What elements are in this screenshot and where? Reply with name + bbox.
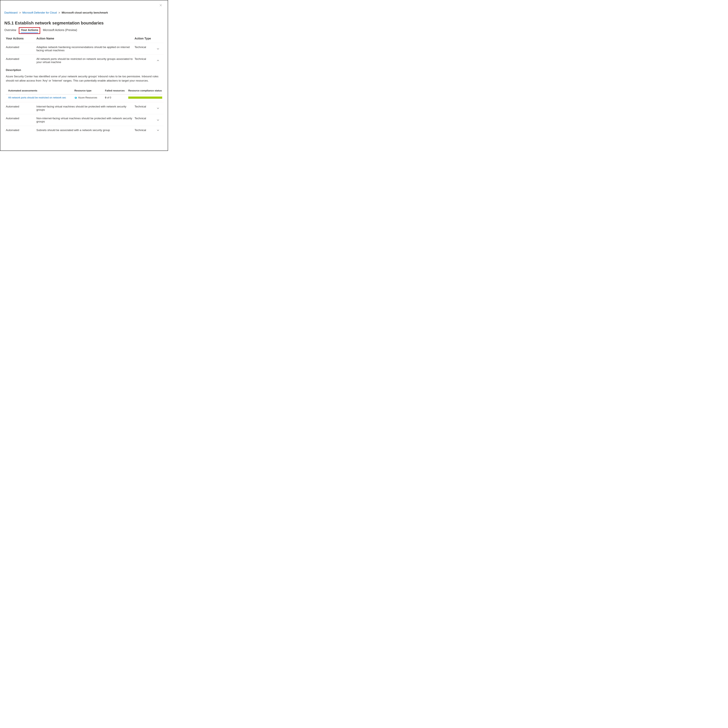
col-assessments: Automated assessments: [8, 89, 74, 92]
col-action-name: Action Name: [37, 37, 135, 40]
cell-your-actions: Automated: [6, 46, 37, 49]
cell-your-actions: Automated: [6, 128, 37, 132]
tab-overview[interactable]: Overview: [5, 28, 16, 33]
azure-resource-icon: [74, 96, 77, 99]
control-details-pane: Dashboard Microsoft Defender for Cloud M…: [0, 0, 168, 151]
chevron-up-icon[interactable]: [156, 59, 159, 62]
chevron-down-icon[interactable]: [156, 128, 159, 132]
cell-resource-type: Azure Resources: [74, 96, 105, 99]
description-text: Azure Security Center has identified som…: [6, 74, 162, 83]
table-row[interactable]: Automated Internet-facing virtual machin…: [5, 102, 164, 114]
close-button[interactable]: [159, 3, 163, 8]
col-your-actions: Your Actions: [6, 37, 37, 40]
description-heading: Description: [6, 69, 162, 72]
cell-action-type: Technical: [135, 46, 156, 49]
cell-action-type: Technical: [135, 128, 156, 132]
assessments-table: Automated assessments Resource type Fail…: [6, 89, 162, 102]
cell-action-name: Subnets should be associated with a netw…: [37, 128, 135, 132]
actions-table: Your Actions Action Name Action Type Aut…: [5, 37, 164, 135]
resource-type-label: Azure Resources: [78, 96, 97, 99]
cell-action-name: Internet-facing virtual machines should …: [37, 105, 135, 112]
breadcrumb: Dashboard Microsoft Defender for Cloud M…: [5, 11, 164, 14]
cell-your-actions: Automated: [6, 105, 37, 108]
tab-microsoft-actions[interactable]: Microsoft Actions (Preview): [43, 28, 77, 33]
chevron-down-icon[interactable]: [156, 118, 159, 122]
cell-your-actions: Automated: [6, 57, 37, 61]
col-failed: Failed resources: [105, 89, 128, 92]
col-resource-type: Resource type: [74, 89, 105, 92]
cell-action-type: Technical: [135, 57, 156, 61]
chevron-right-icon: [19, 12, 21, 14]
chevron-down-icon[interactable]: [156, 47, 159, 50]
chevron-right-icon: [58, 12, 60, 14]
tab-your-actions[interactable]: Your Actions: [21, 28, 38, 33]
cell-action-name: Non-internet-facing virtual machines sho…: [37, 117, 135, 123]
cell-action-type: Technical: [135, 105, 156, 108]
chevron-down-icon[interactable]: [156, 107, 159, 110]
cell-failed: 0 of 0: [105, 96, 128, 99]
tab-your-actions-highlight: Your Actions: [19, 27, 40, 34]
breadcrumb-dashboard[interactable]: Dashboard: [5, 11, 18, 14]
cell-compliance: [128, 96, 162, 99]
assessment-link[interactable]: All network ports should be restricted o…: [8, 96, 74, 99]
assess-header: Automated assessments Resource type Fail…: [6, 89, 162, 95]
table-header: Your Actions Action Name Action Type: [5, 37, 164, 43]
expanded-panel: Description Azure Security Center has id…: [5, 66, 164, 102]
breadcrumb-current: Microsoft cloud security benchmark: [62, 11, 108, 14]
compliance-bar: [128, 96, 162, 99]
table-row[interactable]: Automated All network ports should be re…: [5, 55, 164, 66]
cell-action-name: All network ports should be restricted o…: [37, 57, 135, 64]
page-title: NS.1 Establish network segmentation boun…: [5, 21, 164, 26]
col-action-type: Action Type: [135, 37, 156, 40]
cell-action-type: Technical: [135, 117, 156, 120]
table-row[interactable]: Automated Adaptive network hardening rec…: [5, 43, 164, 55]
col-compliance: Resource compliance status: [128, 89, 162, 92]
table-row[interactable]: Automated Subnets should be associated w…: [5, 126, 164, 135]
tab-bar: Overview Your Actions Microsoft Actions …: [5, 28, 164, 33]
cell-action-name: Adaptive network hardening recommendatio…: [37, 46, 135, 52]
cell-your-actions: Automated: [6, 117, 37, 120]
breadcrumb-defender[interactable]: Microsoft Defender for Cloud: [23, 11, 57, 14]
assess-row[interactable]: All network ports should be restricted o…: [6, 95, 162, 101]
close-icon: [159, 4, 162, 7]
table-row[interactable]: Automated Non-internet-facing virtual ma…: [5, 114, 164, 126]
